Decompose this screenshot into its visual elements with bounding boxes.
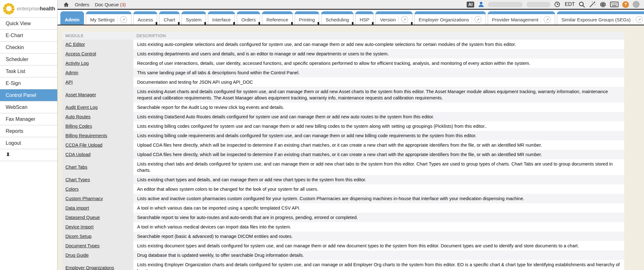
column-header-description: DESCRIPTION	[133, 32, 624, 40]
help-icon[interactable]: ?	[622, 1, 629, 8]
module-link[interactable]: Device Import	[65, 224, 93, 229]
module-link[interactable]: Chart Types	[65, 177, 90, 182]
tab-version[interactable]: Version↗	[375, 11, 412, 25]
tab-label: Access	[138, 17, 153, 22]
tab-employer-organizations[interactable]: Employer Organizations↗	[414, 11, 486, 25]
sidebar-item-fax-manager[interactable]: Fax Manager	[0, 113, 57, 125]
tab-label: Chart	[164, 17, 175, 22]
module-link[interactable]: Access Control	[65, 51, 96, 56]
tab-my-settings[interactable]: My Settings↗	[86, 11, 131, 25]
module-description: A tool in which various data can be impo…	[133, 203, 624, 213]
tab-system[interactable]: System	[181, 11, 206, 25]
external-link-icon[interactable]: ↗	[401, 16, 408, 23]
sidebar-item-webscan[interactable]: WebScan	[0, 101, 57, 113]
search-icon[interactable]	[579, 1, 585, 8]
sidebar-item-logout[interactable]: Logout	[0, 137, 57, 149]
module-cell: Asset Manager	[62, 87, 133, 103]
tab-label: Version	[380, 17, 396, 22]
column-header-module: MODULE	[62, 32, 133, 40]
tab-printing[interactable]: Printing	[295, 11, 319, 25]
module-link[interactable]: Document Types	[65, 243, 100, 248]
module-link[interactable]: Custom Pharmacy	[65, 196, 103, 201]
module-link[interactable]: Datasend Queue	[65, 215, 100, 220]
tab-label: Reference	[266, 17, 288, 22]
sidebar-pin-toggle[interactable]	[0, 149, 57, 161]
module-cell: Chart Tabs	[62, 159, 133, 175]
tab-hsp[interactable]: HSP	[355, 11, 374, 25]
module-link[interactable]: Activity Log	[65, 61, 89, 66]
module-link[interactable]: Auto Routes	[65, 114, 91, 119]
module-description: Lists existing chart tabs and details co…	[133, 159, 624, 175]
sidebar-item-e-chart[interactable]: E-Chart	[0, 30, 57, 42]
module-table: MODULE DESCRIPTION AC EditorLists existi…	[62, 32, 624, 270]
logo-sunburst-icon	[3, 3, 14, 14]
module-description: Lists existing Asset charts and details …	[133, 87, 624, 103]
table-row: Document TypesLists existing document ty…	[62, 241, 624, 250]
module-link[interactable]: Colors	[65, 187, 79, 192]
tab-reference[interactable]: Reference	[262, 11, 292, 25]
module-link[interactable]: CCDA File Upload	[65, 143, 103, 148]
module-description: An editor that allows system colors to b…	[133, 184, 624, 194]
brand-bold: health	[40, 6, 55, 12]
module-link[interactable]: Data import	[65, 205, 89, 211]
module-link[interactable]: Audit Event Log	[65, 105, 97, 110]
module-link[interactable]: Admin	[65, 70, 78, 75]
tab-label: System	[186, 17, 202, 22]
module-link[interactable]: Asset Manager	[65, 92, 96, 97]
keyboard-icon[interactable]	[610, 2, 619, 7]
user-icon[interactable]	[478, 1, 484, 8]
module-link[interactable]: API	[65, 80, 73, 85]
ai-badge[interactable]: AI	[467, 2, 474, 8]
module-link[interactable]: AC Editor	[65, 42, 85, 47]
tab-chart[interactable]: Chart	[159, 11, 180, 25]
module-link[interactable]: Billing Requirements	[65, 133, 107, 138]
menu-doc-queue[interactable]: Doc Queue(3)	[95, 2, 126, 7]
globe-icon[interactable]	[600, 1, 606, 8]
table-row: Datasend QueueSearchable report to view …	[62, 213, 624, 222]
brand-name: enterprisehealth	[17, 6, 55, 12]
wand-icon[interactable]	[589, 1, 596, 8]
external-link-icon[interactable]: ↗	[475, 16, 481, 23]
tab-access[interactable]: Access	[133, 11, 157, 25]
tab-scheduling[interactable]: Scheduling	[321, 11, 353, 25]
table-row: Audit Event LogSearchable report for the…	[62, 103, 624, 112]
module-link[interactable]: Chart Tabs	[65, 165, 87, 170]
tab-interface[interactable]: Interface	[208, 11, 235, 25]
table-row: ColorsAn editor that allows system color…	[62, 184, 624, 194]
module-cell: API	[62, 77, 133, 87]
sidebar-item-reports[interactable]: Reports	[0, 125, 57, 137]
module-description: Lists existing billing code requirements…	[133, 131, 624, 140]
clock-icon[interactable]	[554, 1, 560, 8]
sidebar-item-scheduler[interactable]: Scheduler	[0, 53, 57, 65]
tab-similar-exposure-groups[interactable]: Similar Exposure Groups (SEGs)↗	[557, 11, 644, 25]
tab-provider-management[interactable]: Provider Management↗	[488, 11, 555, 25]
sidebar-item-checkin[interactable]: Checkin	[0, 42, 57, 53]
control-panel-content: MODULE DESCRIPTION AC EditorLists existi…	[58, 26, 644, 270]
sidebar-item-control-panel[interactable]: Control Panel	[0, 89, 57, 101]
home-icon[interactable]	[63, 2, 69, 8]
module-description: Lists existing billing codes configured …	[133, 121, 624, 131]
external-link-icon[interactable]: ↗	[544, 16, 551, 23]
module-cell: Data import	[62, 203, 133, 213]
menu-orders[interactable]: Orders	[75, 2, 89, 7]
sidebar-item-task-list[interactable]: Task List	[0, 65, 57, 77]
tab-label: My Settings	[90, 17, 115, 22]
module-link[interactable]: Billing Codes	[65, 124, 92, 129]
table-row: Chart TabsLists existing chart tabs and …	[62, 159, 624, 175]
tab-admin[interactable]: Admin	[60, 11, 84, 25]
module-link[interactable]: CDA Upload	[65, 152, 91, 157]
module-cell: Datasend Queue	[62, 213, 133, 222]
tab-orders[interactable]: Orders	[237, 11, 260, 25]
module-cell: Chart Types	[62, 175, 133, 184]
module-link[interactable]: Dicom Setup	[65, 234, 92, 239]
avatar[interactable]	[633, 1, 640, 8]
module-table-body: AC EditorLists existing auto-complete se…	[62, 40, 624, 270]
sidebar-item-quick-view[interactable]: Quick View	[0, 18, 57, 30]
external-link-icon[interactable]: ↗	[636, 16, 643, 23]
table-row: Activity LogRecording of user interactio…	[62, 59, 624, 68]
module-link[interactable]: Drug Guide	[65, 253, 89, 258]
module-link[interactable]: Employer Organizations	[65, 265, 114, 270]
module-cell: Device Import	[62, 222, 133, 232]
sidebar-item-e-sign[interactable]: E-Sign	[0, 77, 57, 89]
external-link-icon[interactable]: ↗	[120, 16, 127, 23]
